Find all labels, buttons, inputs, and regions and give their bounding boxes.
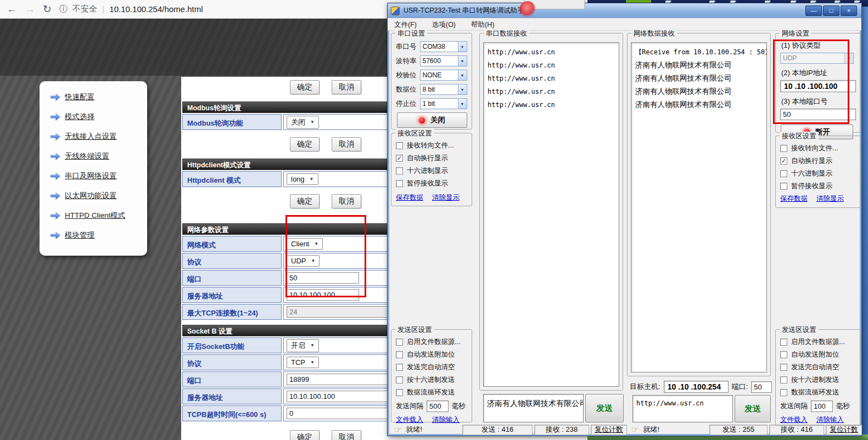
checkbox[interactable] bbox=[780, 376, 787, 383]
auto-newline-option[interactable]: ✓自动换行显示 bbox=[780, 156, 856, 166]
httpdclient-mode-select[interactable]: long ▼ bbox=[287, 173, 318, 185]
url-text[interactable]: 10.10.100.254/home.html bbox=[109, 4, 203, 14]
checkbox[interactable] bbox=[396, 364, 403, 371]
sidebar-item-mode-select[interactable]: 模式选择 bbox=[51, 112, 147, 122]
loop-send-option[interactable]: 数据流循环发送 bbox=[396, 388, 467, 397]
checkbox[interactable] bbox=[396, 167, 403, 174]
clear-after-send-option[interactable]: 发送完自动清空 bbox=[396, 363, 467, 372]
send-interval-input[interactable] bbox=[427, 400, 449, 412]
parity-select[interactable]: NONE▼ bbox=[420, 70, 467, 81]
minimize-button[interactable]: — bbox=[805, 5, 822, 16]
checkbox[interactable] bbox=[396, 376, 403, 383]
baud-rate-select[interactable]: 57600▼ bbox=[420, 55, 467, 66]
clear-display-link[interactable]: 清除显示 bbox=[816, 194, 844, 204]
clear-input-link[interactable]: 清除输入 bbox=[816, 415, 844, 425]
ok-button[interactable]: 确定 bbox=[290, 137, 320, 151]
send-interval-input[interactable] bbox=[811, 400, 833, 412]
cancel-button[interactable]: 取消 bbox=[332, 194, 361, 208]
clear-after-send-option[interactable]: 发送完自动清空 bbox=[780, 363, 856, 372]
save-data-link[interactable]: 保存数据 bbox=[396, 193, 423, 202]
protocol-select[interactable]: UDP ▼ bbox=[287, 255, 320, 267]
network-mode-select[interactable]: Client ▼ bbox=[287, 238, 323, 250]
cancel-button[interactable]: 取消 bbox=[332, 137, 361, 151]
sidebar-item-ethernet[interactable]: 以太网功能设置 bbox=[51, 191, 147, 201]
hex-display-option[interactable]: 十六进制显示 bbox=[396, 166, 467, 176]
file-data-source-option[interactable]: 启用文件数据源... bbox=[780, 337, 856, 347]
checkbox[interactable] bbox=[396, 339, 403, 346]
sidebar-item-module-manage[interactable]: 模块管理 bbox=[51, 230, 147, 240]
file-data-source-option[interactable]: 启用文件数据源... bbox=[396, 337, 467, 347]
cancel-button[interactable]: 取消 bbox=[332, 80, 361, 94]
checkbox[interactable] bbox=[396, 351, 403, 358]
com-port-select[interactable]: COM38▼ bbox=[420, 41, 467, 52]
auto-append-option[interactable]: 自动发送附加位 bbox=[780, 350, 856, 359]
loop-send-option[interactable]: 数据流循环发送 bbox=[780, 388, 856, 397]
socketb-enable-select[interactable]: 开启 ▼ bbox=[287, 339, 319, 352]
net-send-button[interactable]: 发送 bbox=[735, 395, 771, 422]
pause-recv-option[interactable]: 暂停接收显示 bbox=[396, 179, 467, 188]
ok-button[interactable]: 确定 bbox=[290, 430, 320, 440]
hex-send-option[interactable]: 按十六进制发送 bbox=[396, 375, 467, 385]
serial-close-button[interactable]: 关闭 bbox=[397, 112, 467, 128]
clear-display-link[interactable]: 清除显示 bbox=[432, 193, 460, 202]
sidebar-item-serial-network[interactable]: 串口及网络设置 bbox=[51, 171, 147, 181]
serial-reset-count-link[interactable]: 复位计数 bbox=[591, 425, 627, 435]
recv-to-file-option[interactable]: 接收转向文件... bbox=[780, 144, 856, 153]
sidebar-item-quick-config[interactable]: 快速配置 bbox=[51, 92, 147, 102]
socketb-protocol-select[interactable]: TCP ▼ bbox=[287, 357, 319, 368]
load-file-link[interactable]: 文件载入 bbox=[396, 415, 423, 425]
ok-button[interactable]: 确定 bbox=[290, 194, 320, 208]
cancel-button[interactable]: 取消 bbox=[332, 430, 361, 440]
serial-send-button[interactable]: 发送 bbox=[585, 394, 624, 422]
sidebar-item-ap-settings[interactable]: 无线接入点设置 bbox=[51, 132, 147, 142]
checkbox[interactable] bbox=[780, 145, 787, 152]
socketb-server-input[interactable] bbox=[287, 391, 396, 402]
sidebar-item-sta-settings[interactable]: 无线终端设置 bbox=[51, 151, 147, 161]
auto-append-option[interactable]: 自动发送附加位 bbox=[396, 350, 467, 359]
port-input[interactable] bbox=[287, 272, 359, 284]
refresh-icon[interactable]: ↻ bbox=[43, 4, 52, 14]
hex-display-option[interactable]: 十六进制显示 bbox=[780, 169, 856, 178]
maximize-button[interactable]: □ bbox=[823, 5, 839, 16]
net-tx-input[interactable]: http://www.usr.cn bbox=[632, 395, 733, 422]
hex-send-option[interactable]: 按十六进制发送 bbox=[780, 375, 856, 385]
auto-newline-option[interactable]: ✓自动换行显示 bbox=[396, 154, 467, 163]
address-bar[interactable]: ⓘ 不安全 | 10.10.100.254/home.html bbox=[59, 4, 203, 15]
serial-tx-input[interactable]: 济南有人物联网技术有限公司 bbox=[483, 394, 584, 422]
tcpb-timeout-input[interactable] bbox=[287, 408, 396, 419]
load-file-link[interactable]: 文件载入 bbox=[780, 415, 808, 425]
checkbox[interactable] bbox=[780, 351, 787, 358]
recv-to-file-option[interactable]: 接收转向文件... bbox=[396, 141, 467, 150]
target-port-input[interactable] bbox=[751, 381, 772, 393]
local-ip-input[interactable]: 10 .10 .100.100 bbox=[780, 80, 856, 92]
checkbox[interactable] bbox=[780, 170, 787, 177]
checkbox[interactable]: ✓ bbox=[396, 155, 403, 162]
app-titlebar[interactable]: USR-TCP232-Test 串口转网络调试助手 — □ × bbox=[388, 3, 861, 18]
info-icon[interactable]: ⓘ bbox=[59, 4, 68, 14]
target-host-input[interactable]: 10 .10 .100.254 bbox=[664, 381, 729, 393]
checkbox[interactable] bbox=[780, 183, 787, 190]
menu-options[interactable]: 选项(O) bbox=[432, 20, 456, 30]
save-data-link[interactable]: 保存数据 bbox=[780, 194, 808, 204]
net-reset-count-link[interactable]: 复位计数 bbox=[826, 425, 862, 435]
checkbox[interactable] bbox=[396, 142, 403, 149]
modbus-poll-select[interactable]: 关闭 ▼ bbox=[287, 116, 319, 129]
stop-bits-select[interactable]: 1 bit▼ bbox=[420, 98, 467, 109]
net-rx-area[interactable]: 【Receive from 10.10.100.254 : 50】: 济南有人物… bbox=[631, 42, 767, 373]
local-port-input[interactable] bbox=[780, 109, 856, 120]
close-button[interactable]: × bbox=[841, 5, 857, 16]
server-address-input[interactable] bbox=[287, 289, 359, 301]
serial-rx-area[interactable]: http://www.usr.cn http://www.usr.cn http… bbox=[483, 42, 619, 387]
checkbox[interactable] bbox=[780, 364, 787, 371]
pause-recv-option[interactable]: 暂停接收显示 bbox=[780, 182, 856, 191]
back-icon[interactable]: ← bbox=[7, 4, 17, 14]
checkbox[interactable] bbox=[396, 180, 403, 187]
socketb-port-input[interactable] bbox=[287, 374, 396, 385]
clear-input-link[interactable]: 清除输入 bbox=[432, 415, 460, 425]
data-bits-select[interactable]: 8 bit▼ bbox=[420, 84, 467, 95]
checkbox[interactable] bbox=[780, 339, 787, 346]
sidebar-item-httpd-client[interactable]: HTTPD Client模式 bbox=[51, 211, 147, 221]
checkbox[interactable] bbox=[396, 389, 403, 396]
ok-button[interactable]: 确定 bbox=[290, 80, 320, 94]
forward-icon[interactable]: → bbox=[25, 4, 35, 14]
